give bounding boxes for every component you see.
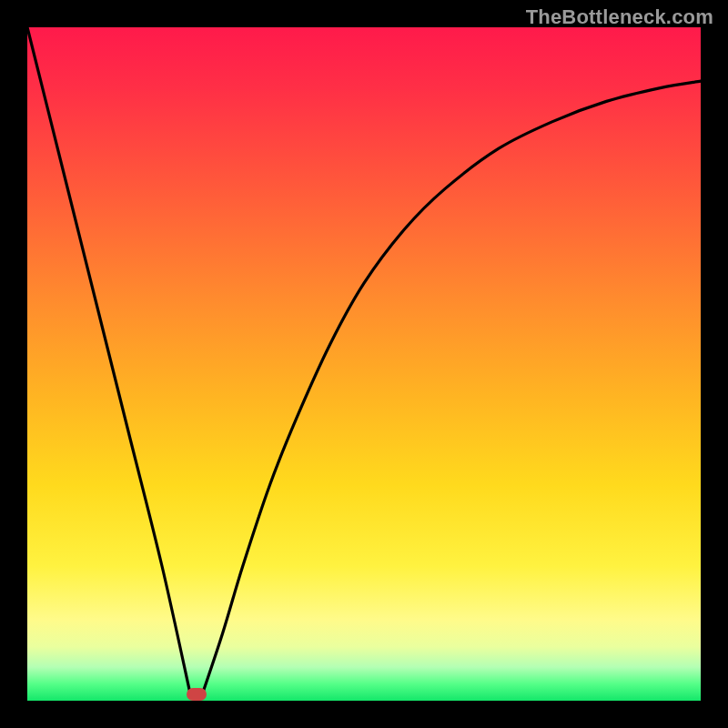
curve-right-branch	[202, 81, 701, 693]
curve-svg	[27, 27, 701, 701]
min-marker	[187, 688, 207, 701]
plot-area	[27, 27, 701, 701]
curve-left-branch	[27, 27, 190, 694]
chart-frame: TheBottleneck.com	[0, 0, 728, 728]
watermark-text: TheBottleneck.com	[526, 5, 713, 29]
